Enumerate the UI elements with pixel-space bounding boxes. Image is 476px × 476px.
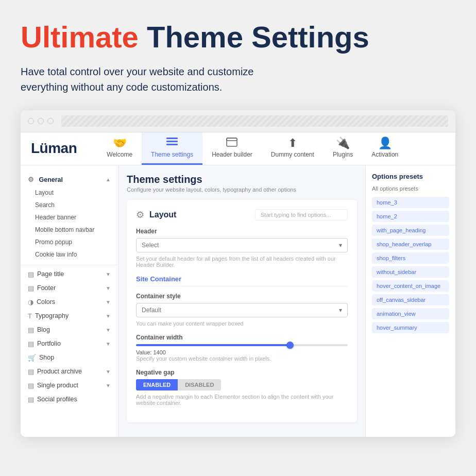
sidebar-product-archive[interactable]: ▤ Product archive ▼ <box>21 365 118 379</box>
container-style-label: Container style <box>136 293 348 300</box>
chevron-right-portfolio-icon: ▼ <box>106 341 111 347</box>
tab-dummy-content[interactable]: ⬆ Dummy content <box>262 132 324 165</box>
header-field-label: Header <box>136 228 348 235</box>
sidebar-sub-layout[interactable]: Layout <box>21 186 118 199</box>
chevron-right-footer-icon: ▼ <box>106 285 111 291</box>
sidebar-portfolio-label: Portfolio <box>37 340 61 347</box>
sidebar-sub-header-banner[interactable]: Header banner <box>21 211 118 224</box>
sidebar-shop-label: Shop <box>39 354 54 361</box>
toggle-enabled-button[interactable]: ENABLED <box>136 379 178 390</box>
container-style-chevron-icon: ▾ <box>339 307 342 314</box>
slider-fill <box>136 344 288 346</box>
sidebar-sub-promo-popup[interactable]: Promo popup <box>21 236 118 248</box>
theme-settings-icon <box>166 138 178 149</box>
negative-gap-label: Negative gap <box>136 369 348 376</box>
plugins-icon: 🔌 <box>336 138 350 149</box>
preset-shop-filters[interactable]: shop_filters <box>372 252 449 264</box>
browser-bar <box>21 110 455 132</box>
chevron-right-icon: ▼ <box>106 271 111 277</box>
preset-home3[interactable]: home_3 <box>372 197 449 208</box>
slider-track <box>136 344 348 346</box>
browser-dot-2 <box>38 118 44 124</box>
hero-subtitle: Have total control over your website and… <box>21 64 330 95</box>
preset-home2[interactable]: home_2 <box>372 211 449 222</box>
preset-animation-view[interactable]: animation_view <box>372 308 449 319</box>
sidebar-blog-label: Blog <box>37 326 50 333</box>
sidebar-portfolio[interactable]: ▤ Portfolio ▼ <box>21 337 118 351</box>
sidebar-single-product[interactable]: ▤ Single product ▼ <box>21 379 118 393</box>
page-title-icon: ▤ <box>28 270 34 278</box>
sidebar-footer[interactable]: ▤ Footer ▼ <box>21 281 118 295</box>
tab-activation[interactable]: 👤 Activation <box>362 132 407 165</box>
chevron-right-colors-icon: ▼ <box>106 299 111 305</box>
sidebar-social-profiles[interactable]: ▤ Social profiles <box>21 393 118 406</box>
browser-mockup: Lüman 🤝 Welcome <box>21 110 455 437</box>
sidebar-typography[interactable]: T Typography ▼ <box>21 309 118 323</box>
sidebar-product-archive-label: Product archive <box>37 368 82 375</box>
container-style-select[interactable]: Default ▾ <box>136 303 348 317</box>
hero-title-ultimate: Ultimate <box>21 20 139 54</box>
container-style-hint: You can make your content wrapper boxed <box>136 320 348 327</box>
container-width-hint: Specify your custom website container wi… <box>136 355 348 362</box>
admin-logo: Lüman <box>31 133 77 164</box>
chevron-up-icon: ▲ <box>106 177 111 182</box>
admin-nav-tabs: 🤝 Welcome Theme settings <box>97 132 445 165</box>
negative-gap-hint: Add a negative margin to each Elementor … <box>136 394 348 406</box>
options-search[interactable]: Start typing to find options... <box>255 209 348 220</box>
presets-panel: Options presets All options presets home… <box>365 165 455 437</box>
sidebar-typography-label: Typography <box>35 312 69 319</box>
sidebar-general-header[interactable]: ⚙ General ▲ <box>21 173 118 186</box>
select-chevron-icon: ▾ <box>339 242 342 249</box>
sidebar-section-general: ⚙ General ▲ Layout Search Header banner … <box>21 171 118 263</box>
tab-theme-settings-label: Theme settings <box>151 151 193 158</box>
header-select[interactable]: Select ▾ <box>136 238 348 252</box>
tab-header-builder-label: Header builder <box>212 151 252 158</box>
tab-welcome[interactable]: 🤝 Welcome <box>97 132 142 165</box>
presets-title: Options presets <box>372 173 449 180</box>
preset-off-canvas-sidebar[interactable]: off_canvas_sidebar <box>372 294 449 305</box>
preset-with-page-heading[interactable]: with_page_heading <box>372 225 449 236</box>
preset-without-sidebar[interactable]: without_sidebar <box>372 266 449 278</box>
sidebar-page-title-label: Page title <box>37 270 64 278</box>
page-wrapper: Ultimate Theme Settings Have total contr… <box>0 0 476 476</box>
tab-plugins[interactable]: 🔌 Plugins <box>324 132 362 165</box>
container-width-slider[interactable] <box>136 344 348 346</box>
header-field-hint: Set your default header for all pages fr… <box>136 256 348 268</box>
sidebar-sub-mobile-navbar[interactable]: Mobile bottom navbar <box>21 224 118 236</box>
preset-hover-content-on-image[interactable]: hover_content_on_image <box>372 280 449 292</box>
preset-hover-summary[interactable]: hover_summary <box>372 322 449 333</box>
tab-theme-settings[interactable]: Theme settings <box>142 132 202 165</box>
preset-shop-header-overlap[interactable]: shop_header_overlap <box>372 239 449 250</box>
browser-dot-1 <box>28 118 34 124</box>
toggle-disabled-button[interactable]: DISABLED <box>178 379 221 390</box>
dummy-content-icon: ⬆ <box>288 138 297 149</box>
tab-dummy-content-label: Dummy content <box>271 151 314 158</box>
svg-rect-3 <box>168 138 176 139</box>
slider-thumb[interactable] <box>286 342 294 349</box>
typography-icon: T <box>28 312 32 320</box>
sidebar-sub-cookie[interactable]: Cookie law info <box>21 248 118 261</box>
tab-header-builder[interactable]: Header builder <box>202 132 262 165</box>
sidebar-shop[interactable]: 🛒 Shop <box>21 351 118 365</box>
svg-rect-4 <box>227 138 237 146</box>
content-area: Theme settings Configure your website la… <box>118 165 365 437</box>
sidebar-social-profiles-label: Social profiles <box>37 396 77 403</box>
svg-rect-5 <box>227 138 237 141</box>
blog-icon: ▤ <box>28 326 34 334</box>
chevron-right-typography-icon: ▼ <box>106 313 111 319</box>
browser-url-bar <box>61 115 448 127</box>
sidebar-page-title[interactable]: ▤ Page title ▼ <box>21 267 118 281</box>
hero-title: Ultimate Theme Settings <box>21 21 455 54</box>
page-title-text: Theme settings <box>127 174 357 185</box>
footer-icon: ▤ <box>28 284 34 292</box>
social-profiles-icon: ▤ <box>28 396 34 403</box>
sidebar-colors[interactable]: ◑ Colors ▼ <box>21 295 118 309</box>
gear-small-icon: ⚙ <box>28 176 34 183</box>
hero-title-rest: Theme Settings <box>147 20 369 54</box>
tab-plugins-label: Plugins <box>333 151 353 158</box>
sidebar: ⚙ General ▲ Layout Search Header banner … <box>21 165 118 437</box>
sidebar-sub-search[interactable]: Search <box>21 199 118 211</box>
sidebar-footer-label: Footer <box>37 284 56 292</box>
chevron-right-blog-icon: ▼ <box>106 327 111 333</box>
sidebar-blog[interactable]: ▤ Blog ▼ <box>21 323 118 337</box>
